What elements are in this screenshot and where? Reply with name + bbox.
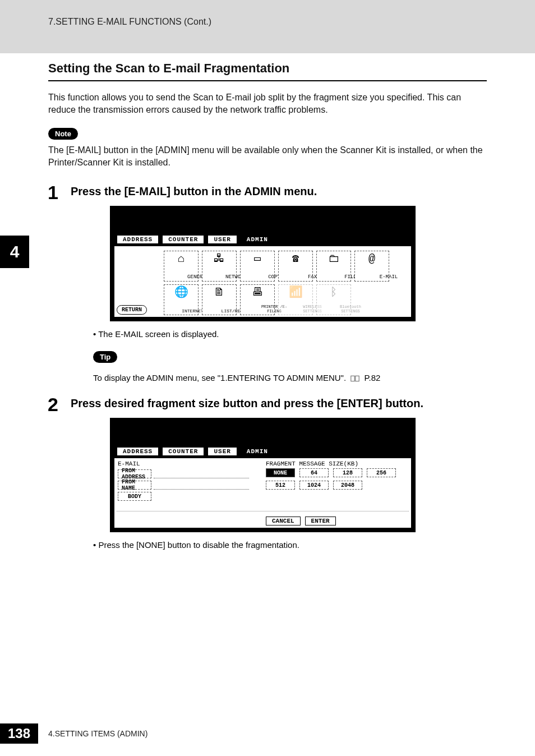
size-64-button[interactable]: 64 bbox=[299, 468, 329, 477]
tip-text-content: To display the ADMIN menu, see "1.ENTERI… bbox=[93, 373, 346, 382]
internet-fax-icon: 🌐 bbox=[174, 287, 188, 298]
tab-user[interactable]: USER bbox=[207, 235, 237, 244]
from-name-button[interactable]: FROM NAME bbox=[118, 481, 151, 490]
printer-efiling-button[interactable]: 🖶PRINTER /E-FILING bbox=[240, 284, 275, 315]
chapter-side-tab: 4 bbox=[0, 236, 29, 268]
page-number: 138 bbox=[0, 723, 38, 744]
email-fragment-screenshot: ADDRESS COUNTER USER ADMIN E-MAIL FROM A… bbox=[110, 418, 416, 532]
section-title: Setting the Scan to E-mail Fragmentation bbox=[48, 61, 487, 76]
footer-text: 4.SETTING ITEMS (ADMIN) bbox=[48, 729, 147, 738]
size-1024-button[interactable]: 1024 bbox=[299, 481, 329, 490]
general-icon: ⌂ bbox=[178, 253, 185, 265]
step-2-bullet: Press the [NONE] button to disable the f… bbox=[93, 540, 487, 550]
email-button[interactable]: @E-MAIL bbox=[354, 251, 389, 282]
running-header: 7.SETTING E-MAIL FUNCTIONS (Cont.) bbox=[48, 17, 211, 27]
list-report-icon: 🗎 bbox=[214, 287, 225, 298]
note-text: The [E-MAIL] button in the [ADMIN] menu … bbox=[48, 144, 487, 168]
file-button[interactable]: 🗀FILE bbox=[316, 251, 351, 282]
tab-admin[interactable]: ADMIN bbox=[241, 235, 274, 244]
size-512-button[interactable]: 512 bbox=[266, 481, 295, 490]
tab-counter[interactable]: COUNTER bbox=[162, 235, 204, 244]
note-badge: Note bbox=[48, 128, 78, 140]
size-2048-button[interactable]: 2048 bbox=[333, 481, 362, 490]
wireless-icon: 📶 bbox=[289, 287, 303, 298]
size-128-button[interactable]: 128 bbox=[333, 468, 362, 477]
tab-counter-2[interactable]: COUNTER bbox=[162, 447, 204, 456]
section-rule bbox=[48, 80, 487, 81]
intro-text: This function allows you to send the Sca… bbox=[48, 91, 487, 116]
from-address-button[interactable]: FROM ADDRESS bbox=[118, 469, 151, 478]
return-button[interactable]: RETURN bbox=[117, 305, 147, 315]
from-name-field bbox=[154, 481, 249, 490]
tip-page-ref: P.82 bbox=[364, 373, 380, 382]
list-report-button[interactable]: 🗎LIST/REPORT bbox=[202, 284, 237, 315]
internet-fax-button[interactable]: 🌐INTERNET FAX bbox=[164, 284, 199, 315]
fragment-size-heading: FRAGMENT MESSAGE SIZE(KB) bbox=[266, 460, 358, 467]
tab-address-2[interactable]: ADDRESS bbox=[117, 447, 159, 456]
network-button[interactable]: 🖧NETWORK bbox=[202, 251, 237, 282]
network-icon: 🖧 bbox=[214, 253, 225, 265]
fax-icon: ☎ bbox=[292, 253, 299, 265]
admin-menu-screenshot: ADDRESS COUNTER USER ADMIN ⌂GENERAL 🖧NET… bbox=[110, 206, 416, 321]
file-icon: 🗀 bbox=[328, 253, 339, 265]
tab-admin-2[interactable]: ADMIN bbox=[241, 447, 274, 456]
tip-badge: Tip bbox=[93, 351, 117, 363]
from-address-field bbox=[154, 469, 249, 478]
step-1-bullet: The E-MAIL screen is displayed. bbox=[93, 329, 487, 339]
printer-icon: 🖶 bbox=[252, 287, 263, 298]
wireless-settings-button: 📶WIRELESS SETTINGS bbox=[278, 284, 313, 315]
step-2-title: Press desired fragment size button and p… bbox=[71, 397, 487, 410]
email-icon: @ bbox=[368, 253, 375, 265]
size-none-button[interactable]: NONE bbox=[266, 468, 295, 477]
bluetooth-icon: ᛒ bbox=[330, 287, 337, 298]
book-icon bbox=[350, 375, 359, 382]
tip-text: To display the ADMIN menu, see "1.ENTERI… bbox=[93, 373, 487, 382]
copy-icon: ▭ bbox=[254, 253, 261, 265]
enter-button[interactable]: ENTER bbox=[305, 517, 336, 525]
step-1-title: Press the [E-MAIL] button in the ADMIN m… bbox=[71, 185, 487, 198]
copy-button[interactable]: ▭COPY bbox=[240, 251, 275, 282]
tab-user-2[interactable]: USER bbox=[207, 447, 237, 456]
size-256-button[interactable]: 256 bbox=[367, 468, 396, 477]
fax-button[interactable]: ☎FAX bbox=[278, 251, 313, 282]
body-button[interactable]: BODY bbox=[118, 492, 151, 501]
email-heading: E-MAIL bbox=[118, 460, 140, 467]
step-number-1: 1 bbox=[48, 182, 58, 204]
tab-address[interactable]: ADDRESS bbox=[117, 235, 159, 244]
bluetooth-settings-button: ᛒBluetooth SETTINGS bbox=[316, 284, 351, 315]
general-button[interactable]: ⌂GENERAL bbox=[164, 251, 199, 282]
cancel-button[interactable]: CANCEL bbox=[266, 517, 301, 525]
step-number-2: 2 bbox=[48, 394, 58, 416]
